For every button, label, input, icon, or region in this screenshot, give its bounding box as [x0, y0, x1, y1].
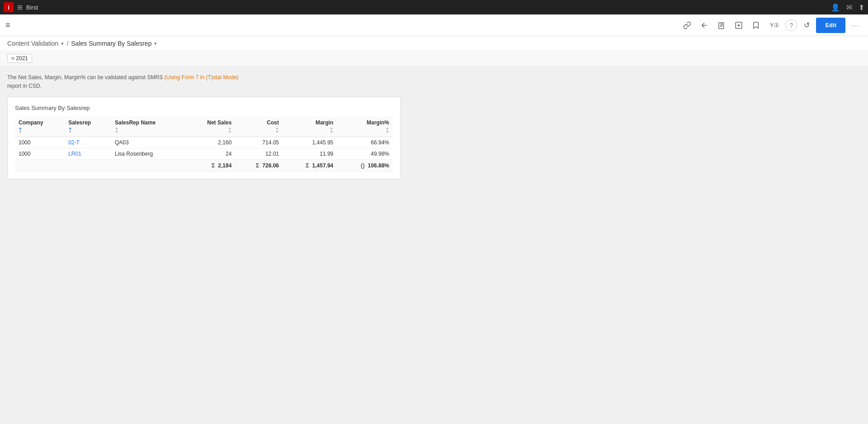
breadcrumb-current: Sales Summary By Salesrep	[71, 40, 151, 47]
table-header-row: Company ▲ ▼ Salesrep ▲ ▼	[15, 117, 393, 137]
col-header-salesrep: Salesrep ▲ ▼	[65, 117, 111, 137]
cell-net-sales-0: 2,160	[186, 137, 235, 148]
mail-icon[interactable]: ✉	[846, 3, 852, 12]
edit-button[interactable]: Edit	[816, 18, 845, 33]
col-header-salesrep-name: SalesRep Name ▲ ▼	[111, 117, 186, 137]
bookmark-button[interactable]	[748, 18, 764, 33]
info-line2: report in CSD.	[7, 83, 42, 89]
col-header-company: Company ▲ ▼	[15, 117, 65, 137]
sort-arrows-salesrep-name[interactable]: ▲ ▼	[115, 127, 118, 134]
toolbar: ≡ Y① ?	[0, 14, 868, 36]
menu-hamburger[interactable]: ≡	[5, 20, 10, 30]
col-header-cost: Cost ▲ ▼	[235, 117, 283, 137]
info-highlight: (Using Form 7 in (T)otal Mode)	[165, 74, 239, 81]
app-logo[interactable]: i	[4, 2, 14, 12]
total-net-sales: Σ 2,184	[186, 160, 235, 172]
table-total-row: Σ 2,184 Σ 726.06 Σ 1,457.94 {} 106.88%	[15, 160, 393, 172]
info-text-plain: The Net Sales, Margin, Margin% can be va…	[7, 74, 165, 81]
filter-button[interactable]: Y①	[765, 18, 783, 33]
more-button[interactable]: ⋯	[847, 18, 863, 33]
share-icon[interactable]: ⬆	[859, 3, 864, 12]
breadcrumb-separator: /	[66, 40, 68, 47]
col-header-margin: Margin ▲ ▼	[283, 117, 337, 137]
total-empty-salesrep	[65, 160, 111, 172]
col-header-net-sales: Net Sales ▲ ▼	[186, 117, 235, 137]
total-cost: Σ 726.06	[235, 160, 283, 172]
link-button[interactable]	[679, 18, 695, 33]
app-name: Birst	[26, 4, 38, 11]
add-button[interactable]	[731, 18, 746, 33]
cell-company-1: 1000	[15, 148, 65, 160]
cell-margin-pct-1: 49.98%	[337, 148, 393, 160]
cell-salesrep-name-0: QA03	[111, 137, 186, 148]
col-header-margin-pct: Margin% ▲ ▼	[337, 117, 393, 137]
topbar-right-actions: 👤 ✉ ⬆	[831, 3, 864, 12]
table-row: 1000 LR01 Lisa Rosenberg 24 12.01 11.99 …	[15, 148, 393, 160]
sort-arrows-margin-pct[interactable]: ▲ ▼	[386, 127, 389, 134]
total-margin: Σ 1,457.94	[283, 160, 337, 172]
cell-salesrep-0[interactable]: 02-T	[65, 137, 111, 148]
cell-margin-1: 11.99	[283, 148, 337, 160]
refresh-button[interactable]: ↺	[799, 18, 814, 33]
cell-salesrep-name-1: Lisa Rosenberg	[111, 148, 186, 160]
sort-arrows-net-sales[interactable]: ▲ ▼	[228, 127, 231, 134]
grid-icon[interactable]: ⊞	[17, 4, 23, 11]
filter-chip[interactable]: = 2021	[7, 54, 32, 63]
main-content: The Net Sales, Margin, Margin% can be va…	[0, 66, 868, 422]
breadcrumb-dropdown-current[interactable]: ▾	[154, 41, 157, 47]
cell-company-0: 1000	[15, 137, 65, 148]
table-row: 1000 02-T QA03 2,160 714.05 1,445.95 66.…	[15, 137, 393, 148]
help-button[interactable]: ?	[785, 19, 797, 31]
cell-net-sales-1: 24	[186, 148, 235, 160]
user-icon[interactable]: 👤	[831, 3, 840, 12]
sort-arrows-salesrep[interactable]: ▲ ▼	[68, 127, 72, 134]
sales-table: Company ▲ ▼ Salesrep ▲ ▼	[15, 117, 393, 172]
sort-arrows-company[interactable]: ▲ ▼	[19, 127, 22, 134]
total-empty-company	[15, 160, 65, 172]
cell-cost-0: 714.05	[235, 137, 283, 148]
total-empty-name	[111, 160, 186, 172]
cell-margin-pct-0: 66.94%	[337, 137, 393, 148]
export-button[interactable]	[714, 18, 729, 33]
report-title: Sales Summary By Salesrep	[15, 105, 393, 111]
info-text: The Net Sales, Margin, Margin% can be va…	[7, 73, 861, 91]
breadcrumb-dropdown-parent[interactable]: ▾	[61, 41, 64, 47]
cell-cost-1: 12.01	[235, 148, 283, 160]
sort-arrows-margin[interactable]: ▲ ▼	[330, 127, 333, 134]
report-card: Sales Summary By Salesrep Company ▲ ▼	[7, 97, 401, 179]
cell-salesrep-1[interactable]: LR01	[65, 148, 111, 160]
topbar: i ⊞ Birst 👤 ✉ ⬆	[0, 0, 868, 14]
filter-bar: = 2021	[0, 51, 868, 66]
breadcrumb: Content Validation ▾ / Sales Summary By …	[0, 36, 868, 51]
back-button[interactable]	[697, 18, 712, 33]
cell-margin-0: 1,445.95	[283, 137, 337, 148]
sort-arrows-cost[interactable]: ▲ ▼	[275, 127, 279, 134]
breadcrumb-parent[interactable]: Content Validation	[7, 40, 58, 47]
total-margin-pct: {} 106.88%	[337, 160, 393, 172]
